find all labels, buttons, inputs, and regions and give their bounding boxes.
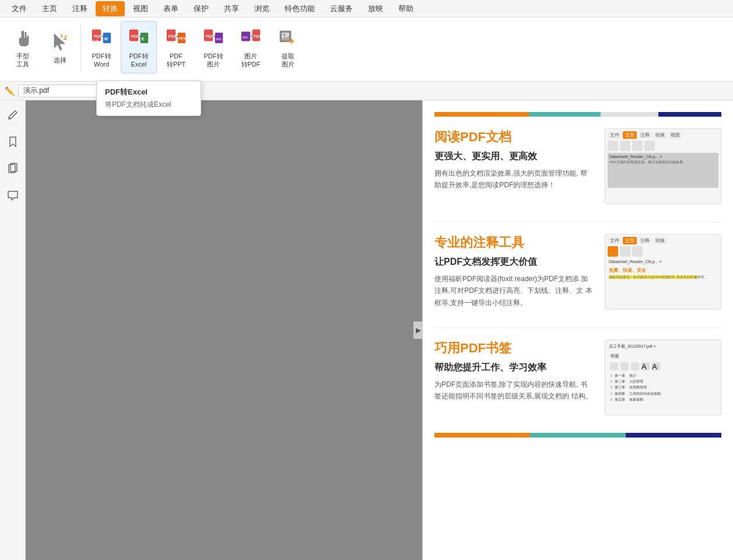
divider-1: [434, 222, 721, 222]
hand-icon: [11, 26, 34, 50]
bottom-color-bar: [434, 433, 721, 438]
collapse-arrow[interactable]: ▶: [413, 321, 423, 339]
section-bookmark-title: 巧用PDF书签: [434, 340, 593, 357]
mini-free-fast-safe: 免费、快速、安全: [609, 267, 717, 274]
hand-tool-label: 手型工具: [16, 52, 29, 69]
content-area: ▶ 阅读PDF文档 更强大、更实用、更高效 拥有出色的文档渲染效果,强大的页面管…: [26, 100, 733, 560]
toolbar: 手型工具 选择 PDF 文档 W PDF转Word: [0, 18, 733, 82]
pdf-to-word-button[interactable]: PDF 文档 W PDF转Word: [83, 21, 120, 74]
svg-text:PDF: PDF: [206, 34, 215, 39]
left-sidebar: [0, 100, 26, 560]
mini-annotate-tabs: 文件 主页 注释 转换: [608, 237, 718, 244]
mini-reader-tabs: 文件 主页 注释 转换 视图: [608, 131, 718, 139]
mini-annot-tab-file: 文件: [608, 237, 622, 244]
tooltip-description: 将PDF文档转成Excel: [105, 100, 192, 110]
bottom-bar-navy: [626, 433, 721, 438]
svg-text:E: E: [142, 36, 145, 41]
main-area: ▶ 阅读PDF文档 更强大、更实用、更高效 拥有出色的文档渲染效果,强大的页面管…: [0, 100, 733, 560]
svg-text:PPT: PPT: [179, 36, 186, 40]
sidebar-pencil-icon[interactable]: [4, 106, 22, 124]
sidebar-bookmark-icon[interactable]: [4, 133, 22, 150]
mini-app-reader: 文件 主页 注释 转换 视图 Dat: [605, 129, 721, 204]
mini-bookmark-toc: ▷ 第一章 简介 ▷ 第二章 入职管理 ▷ 第三章 试用期管理 ▷ 第四章 工作…: [608, 373, 718, 402]
pdf-image-icon: PDF IMG: [202, 26, 225, 50]
bottom-bar-teal: [530, 433, 626, 438]
section-annotate-subtitle: 让PDF文档发挥更大价值: [434, 256, 593, 268]
menu-cloud[interactable]: 云服务: [323, 1, 360, 16]
mini-hand-btn: [608, 141, 618, 151]
menu-features[interactable]: 特色功能: [278, 1, 322, 16]
section-read-title: 阅读PDF文档: [434, 128, 593, 146]
mini-edit-btn: [632, 141, 643, 151]
pdf-section-read: 阅读PDF文档 更强大、更实用、更高效 拥有出色的文档渲染效果,强大的页面管理功…: [434, 128, 721, 204]
menu-view[interactable]: 视图: [126, 1, 155, 16]
mini-annot-underline-btn: [620, 246, 630, 257]
menu-form[interactable]: 表单: [156, 1, 185, 16]
extract-image-label: 提取图片: [282, 52, 294, 69]
menu-slideshow[interactable]: 放映: [361, 1, 390, 16]
menu-file[interactable]: 文件: [5, 1, 34, 16]
section-read-body: 拥有出色的文档渲染效果,强大的页面管理功能, 帮助提升效率,是您阅读PDF的理想…: [434, 167, 593, 191]
mini-bm-btn5: A: [652, 362, 660, 370]
mini-annot-btn: [644, 141, 655, 151]
svg-text:IMG: IMG: [243, 36, 248, 39]
pdf-left-space: ▶: [26, 100, 422, 560]
menu-protect[interactable]: 保护: [187, 1, 216, 16]
extract-image-icon: [276, 26, 300, 50]
divider-2: [434, 327, 721, 328]
pdf-section-read-img: 文件 主页 注释 转换 视图 Dat: [605, 128, 721, 204]
svg-text:IMG: IMG: [216, 37, 222, 40]
menu-share[interactable]: 共享: [217, 1, 246, 16]
pdf-to-image-label: PDF转图片: [204, 52, 223, 69]
mini-select-btn: [620, 141, 630, 151]
pdf-section-bookmark-text: 巧用PDF书签 帮助您提升工作、学习效率 为PDF页面添加书签,除了实现内容的快…: [434, 340, 593, 415]
mini-app-annotate: 文件 主页 注释 转换 Datasheet_Reader_CN.p... ×: [605, 235, 721, 309]
menu-home[interactable]: 主页: [35, 1, 64, 16]
svg-text:PDF: PDF: [169, 34, 177, 39]
pdf-to-ppt-button[interactable]: PDF PPT PDF转PPT: [158, 21, 194, 74]
mini-tab-view: 视图: [668, 131, 682, 139]
pdf-to-excel-button[interactable]: PDF E PDF转Excel: [121, 21, 157, 74]
svg-text:PDF: PDF: [254, 34, 262, 39]
color-bar-navy: [658, 112, 721, 117]
mini-bm-btn2: [620, 362, 629, 370]
mini-bm-btn3: [631, 362, 639, 370]
menu-convert[interactable]: 转换: [96, 1, 125, 16]
sidebar-comment-icon[interactable]: [4, 187, 22, 204]
menu-browse[interactable]: 浏览: [247, 1, 276, 16]
hand-tool-button[interactable]: 手型工具: [5, 21, 41, 74]
mini-annotate-toolbar: [608, 246, 718, 257]
mini-tab-convert: 转换: [653, 131, 667, 139]
pdf-preview-panel: 阅读PDF文档 更强大、更实用、更高效 拥有出色的文档渲染效果,强大的页面管理功…: [422, 100, 733, 560]
svg-text:文档: 文档: [93, 39, 99, 43]
toolbar-separator-1: [80, 24, 81, 71]
select-tool-label: 选择: [54, 56, 66, 64]
mini-bm-btn1: [610, 362, 618, 370]
mini-annot-highlight-btn: [608, 246, 618, 257]
image-to-pdf-button[interactable]: IMG PDF 图片转PDF: [233, 21, 269, 74]
select-tool-button[interactable]: 选择: [42, 21, 78, 74]
extract-image-button[interactable]: 提取图片: [270, 21, 306, 74]
pdf-to-ppt-label: PDF转PPT: [167, 52, 185, 69]
edit-icon: ✏️: [5, 86, 15, 96]
menu-help[interactable]: 帮助: [391, 1, 420, 16]
pdf-section-annotate-text: 专业的注释工具 让PDF文档发挥更大价值 使用福昕PDF阅读器(foxit re…: [434, 234, 593, 310]
mini-annot-tab3: 转换: [653, 237, 667, 244]
mini-annot-tab-home: 主页: [623, 237, 637, 244]
color-bar-light: [601, 112, 658, 117]
section-read-subtitle: 更强大、更实用、更高效: [434, 150, 593, 163]
mini-tab-home: 主页: [623, 131, 637, 139]
pdf-to-image-button[interactable]: PDF IMG PDF转图片: [195, 21, 232, 74]
mini-bookmark-label: 书签: [608, 352, 718, 360]
color-bar-orange: [434, 112, 529, 117]
menu-annotate[interactable]: 注释: [65, 1, 94, 16]
mini-tab-file: 文件: [608, 131, 622, 139]
svg-text:PDF: PDF: [94, 34, 103, 39]
pdf-to-word-label: PDF转Word: [92, 52, 111, 69]
mini-tab-annotate: 注释: [638, 131, 652, 139]
pdf-section-bookmark-img: 员工手册_20120917.pdf × 书签 A A ▷ 第一章 简介 ▷ 第二…: [605, 340, 721, 415]
mini-app-bookmark: 员工手册_20120917.pdf × 书签 A A ▷ 第一章 简介 ▷ 第二…: [605, 340, 721, 415]
pdf-section-annotate-img: 文件 主页 注释 转换 Datasheet_Reader_CN.p... ×: [605, 234, 721, 310]
sidebar-pages-icon[interactable]: [4, 160, 22, 177]
tooltip-title: PDF转Excel: [105, 87, 192, 97]
